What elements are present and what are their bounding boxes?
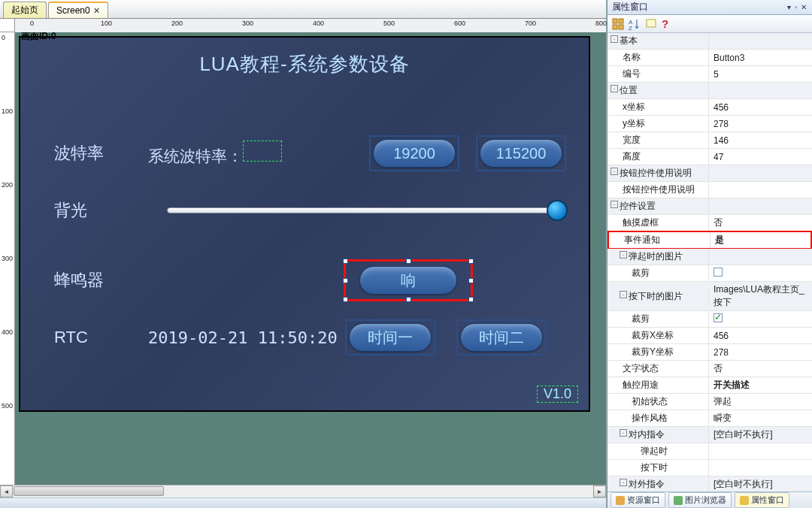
close-icon[interactable]: ✕ <box>93 6 100 16</box>
property-row[interactable]: 名称Button3 <box>607 50 812 66</box>
resize-handle[interactable] <box>406 259 411 264</box>
horizontal-scrollbar[interactable]: ◄ ► <box>0 485 606 497</box>
resize-handle[interactable] <box>343 297 348 302</box>
property-row[interactable]: 对外指令[空白时不执行] <box>607 476 812 491</box>
design-screen[interactable]: LUA教程-系统参数设备 波特率 系统波特率： 19200 115200 背光 <box>20 38 589 410</box>
property-row[interactable]: 编号5 <box>607 66 812 83</box>
property-row[interactable]: 事件通知是 <box>607 231 812 249</box>
properties-panel: 属性窗口 ▾ ▫ ✕ AZ ? 基本名称Button3编号5位置x坐标456y坐… <box>607 0 812 508</box>
rtc-label: RTC <box>54 328 148 347</box>
scroll-left-button[interactable]: ◄ <box>0 485 13 497</box>
property-row[interactable]: 控件设置 <box>607 198 812 215</box>
backlight-label: 背光 <box>54 199 148 222</box>
panel-title: 属性窗口 <box>612 1 648 14</box>
backlight-slider[interactable] <box>167 207 566 213</box>
property-row[interactable]: 裁剪X坐标456 <box>607 328 812 344</box>
statusbar <box>0 497 606 508</box>
resize-handle[interactable] <box>468 297 474 302</box>
row-buzzer: 蜂鸣器 响 <box>54 259 566 301</box>
scroll-thumb[interactable] <box>14 486 164 496</box>
property-row[interactable]: 弹起时 <box>607 443 812 460</box>
property-row[interactable]: 位置 <box>607 83 812 99</box>
tab-screen0[interactable]: Screen0✕ <box>48 2 108 18</box>
property-row[interactable]: 对内指令[空白时不执行] <box>607 427 812 443</box>
buzzer-label: 蜂鸣器 <box>54 269 148 292</box>
help-icon[interactable]: ? <box>662 17 668 30</box>
categorize-icon[interactable] <box>612 18 624 30</box>
slider-knob[interactable] <box>547 200 568 221</box>
property-row[interactable]: x坐标456 <box>607 99 812 116</box>
property-row[interactable]: 按钮控件使用说明 <box>607 182 812 198</box>
property-row[interactable]: 基本 <box>607 33 812 50</box>
row-backlight: 背光 <box>54 199 566 222</box>
property-row[interactable]: 初始状态弹起 <box>607 394 812 410</box>
resize-handle[interactable] <box>343 278 348 283</box>
baud-19200-frame: 19200 <box>369 135 459 171</box>
buzzer-button[interactable]: 响 <box>359 266 457 295</box>
resize-handle[interactable] <box>406 297 411 302</box>
rtc-time2-button[interactable]: 时间二 <box>460 323 543 352</box>
baud-label: 波特率 <box>54 142 148 165</box>
svg-rect-2 <box>613 25 617 29</box>
screen-id-label: 画面ID:0 <box>21 32 56 43</box>
property-row[interactable]: 裁剪Y坐标278 <box>607 344 812 361</box>
bottom-tabs: 资源窗口 图片浏览器 属性窗口 <box>607 491 812 508</box>
property-row[interactable]: 触摸虚框否 <box>607 215 812 231</box>
baud-sub-label: 系统波特率： <box>148 141 282 167</box>
tab-image-browser[interactable]: 图片浏览器 <box>668 492 732 508</box>
property-row[interactable]: 宽度146 <box>607 132 812 149</box>
baud-value-field[interactable] <box>243 141 282 162</box>
rtc-time1-button[interactable]: 时间一 <box>349 323 432 352</box>
property-row[interactable]: 触控用途开关描述 <box>607 377 812 394</box>
selected-widget[interactable]: 响 <box>344 259 473 301</box>
tab-properties[interactable]: 属性窗口 <box>735 492 789 508</box>
screen-title: LUA教程-系统参数设备 <box>20 38 589 77</box>
page-icon[interactable] <box>645 18 657 30</box>
svg-rect-0 <box>613 19 617 23</box>
resize-handle[interactable] <box>468 278 474 283</box>
screen-frame: LUA教程-系统参数设备 波特率 系统波特率： 19200 115200 背光 <box>19 36 590 412</box>
panel-toolbar: AZ ? <box>607 15 812 33</box>
property-row[interactable]: 弹起时的图片 <box>607 249 812 265</box>
rtc-value: 2019-02-21 11:50:20 <box>148 328 338 347</box>
property-row[interactable]: 操作风格瞬变 <box>607 410 812 427</box>
editor-area: 起始页 Screen0✕ 0100200300400500600700800 0… <box>0 0 607 508</box>
property-row[interactable]: 裁剪 <box>607 265 812 282</box>
panel-header: 属性窗口 ▾ ▫ ✕ <box>607 0 812 15</box>
property-grid[interactable]: 基本名称Button3编号5位置x坐标456y坐标278宽度146高度47按钮控… <box>607 33 812 491</box>
resize-handle[interactable] <box>343 259 348 264</box>
svg-rect-3 <box>619 25 623 29</box>
row-rtc: RTC 2019-02-21 11:50:20 时间一 时间二 <box>54 319 566 355</box>
document-tabs: 起始页 Screen0✕ <box>0 0 606 19</box>
property-row[interactable]: 文字状态否 <box>607 361 812 377</box>
property-row[interactable]: y坐标278 <box>607 116 812 132</box>
property-row[interactable]: 裁剪 <box>607 311 812 328</box>
baud-19200-button[interactable]: 19200 <box>373 139 456 168</box>
resize-handle[interactable] <box>468 259 474 264</box>
baud-115200-frame: 115200 <box>476 135 566 171</box>
row-baud: 波特率 系统波特率： 19200 115200 <box>54 135 566 171</box>
sort-icon[interactable]: AZ <box>629 18 641 30</box>
canvas[interactable]: 画面ID:0 LUA教程-系统参数设备 波特率 系统波特率： 19200 115… <box>15 32 606 485</box>
scroll-right-button[interactable]: ► <box>593 485 606 497</box>
tab-start[interactable]: 起始页 <box>3 2 47 18</box>
tab-resources[interactable]: 资源窗口 <box>611 492 665 508</box>
property-row[interactable]: 按钮控件使用说明 <box>607 165 812 182</box>
version-label: V1.0 <box>537 386 578 403</box>
property-row[interactable]: 高度47 <box>607 149 812 165</box>
property-row[interactable]: 按下时的图片Images\LUA教程主页_按下 <box>607 282 812 311</box>
ruler-vertical: 0100200300400500 <box>0 32 15 485</box>
svg-rect-6 <box>647 20 656 27</box>
panel-controls[interactable]: ▾ ▫ ✕ <box>787 3 807 11</box>
svg-text:Z: Z <box>629 25 632 30</box>
property-row[interactable]: 按下时 <box>607 460 812 476</box>
svg-rect-1 <box>619 19 623 23</box>
baud-115200-button[interactable]: 115200 <box>480 139 562 168</box>
